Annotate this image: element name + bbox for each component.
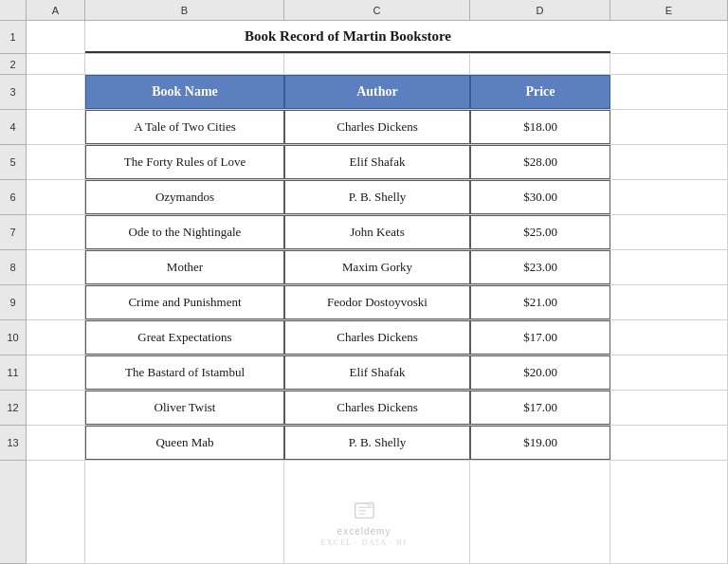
row-num-9[interactable]: 9 [0,285,26,320]
col-header-a[interactable]: A [27,0,85,20]
table-row: Oliver Twist Charles Dickens $17.00 [27,391,728,426]
cell-a12[interactable] [27,391,85,425]
row-num-7[interactable]: 7 [0,215,26,250]
cell-e8[interactable] [610,250,728,284]
table-row: Ode to the Nightingale John Keats $25.00 [27,215,728,250]
price-5: $21.00 [470,285,610,319]
row-num-3[interactable]: 3 [0,75,26,110]
cell-e5[interactable] [610,145,728,179]
col-header-e[interactable]: E [610,0,728,20]
price-9: $19.00 [470,426,610,460]
table-row: Queen Mab P. B. Shelly $19.00 [27,426,728,461]
spreadsheet: A B C D E 1 2 3 4 5 6 7 8 9 10 11 12 13 [0,0,728,564]
cell-a3[interactable] [27,75,85,109]
cell-a2[interactable] [27,54,85,74]
cell-e10[interactable] [610,320,728,355]
table-row: The Forty Rules of Love Elif Shafak $28.… [27,145,728,180]
cell-a7[interactable] [27,215,85,249]
row-num-5[interactable]: 5 [0,145,26,180]
row-num-4[interactable]: 4 [0,110,26,145]
author-8: Charles Dickens [284,391,470,425]
row-num-1[interactable]: 1 [0,21,26,54]
cell-e6[interactable] [610,180,728,214]
row-num-10[interactable]: 10 [0,320,26,355]
price-1: $28.00 [470,145,610,179]
cell-a13[interactable] [27,426,85,460]
cell-a-rest[interactable] [27,461,85,563]
row-num-13[interactable]: 13 [0,426,26,461]
cell-b2[interactable] [85,54,284,74]
header-price: Price [470,75,610,109]
cell-e11[interactable] [610,355,728,390]
price-7: $20.00 [470,355,610,390]
spreadsheet-body: 1 2 3 4 5 6 7 8 9 10 11 12 13 Book Recor… [0,21,728,564]
cell-e12[interactable] [610,391,728,425]
cell-a8[interactable] [27,250,85,284]
cell-a6[interactable] [27,180,85,214]
author-9: P. B. Shelly [284,426,470,460]
author-1: Elif Shafak [284,145,470,179]
table-row: Mother Maxim Gorky $23.00 [27,250,728,285]
col-header-d[interactable]: D [470,0,610,20]
empty-row-2 [27,54,728,75]
book-6: Great Expectations [85,320,284,355]
title-cell: Book Record of Martin Bookstore [85,21,610,53]
author-2: P. B. Shelly [284,180,470,214]
col-header-c[interactable]: C [284,0,470,20]
author-6: Charles Dickens [284,320,470,355]
cell-a1[interactable] [27,21,85,53]
cell-e-rest[interactable] [610,461,728,563]
book-9: Queen Mab [85,426,284,460]
row-headers: 1 2 3 4 5 6 7 8 9 10 11 12 13 [0,21,27,564]
author-3: John Keats [284,215,470,249]
cell-e2[interactable] [610,54,728,74]
watermark-logo-icon: E [351,497,377,523]
cell-a9[interactable] [27,285,85,319]
book-8: Oliver Twist [85,391,284,425]
row-num-2[interactable]: 2 [0,54,26,75]
cell-a4[interactable] [27,110,85,144]
row-num-11[interactable]: 11 [0,355,26,391]
cell-e4[interactable] [610,110,728,144]
row-num-rest [0,461,26,564]
cell-a10[interactable] [27,320,85,355]
cell-b-rest[interactable] [85,461,284,563]
header-book-name: Book Name [85,75,284,109]
price-8: $17.00 [470,391,610,425]
book-0: A Tale of Two Cities [85,110,284,144]
column-header-row: A B C D E [0,0,728,21]
cell-d2[interactable] [470,54,610,74]
cell-e1[interactable] [610,21,728,53]
col-header-b[interactable]: B [85,0,284,20]
table-row: The Bastard of Istambul Elif Shafak $20.… [27,355,728,391]
title-row: Book Record of Martin Bookstore [27,21,728,54]
price-2: $30.00 [470,180,610,214]
cell-c2[interactable] [284,54,470,74]
row-num-12[interactable]: 12 [0,391,26,426]
row-num-6[interactable]: 6 [0,180,26,215]
cell-e13[interactable] [610,426,728,460]
table-row: Ozymandos P. B. Shelly $30.00 [27,180,728,215]
watermark-name: exceldemy [337,525,391,538]
book-5: Crime and Punishment [85,285,284,319]
cell-a5[interactable] [27,145,85,179]
author-4: Maxim Gorky [284,250,470,284]
table-header-row: Book Name Author Price [27,75,728,110]
row-num-8[interactable]: 8 [0,250,26,285]
table-row: A Tale of Two Cities Charles Dickens $18… [27,110,728,145]
book-3: Ode to the Nightingale [85,215,284,249]
author-7: Elif Shafak [284,355,470,390]
cell-e7[interactable] [610,215,728,249]
watermark-tagline: EXCEL · DATA · BI [320,538,407,547]
header-author: Author [284,75,470,109]
price-6: $17.00 [470,320,610,355]
cell-a11[interactable] [27,355,85,390]
table-row: Great Expectations Charles Dickens $17.0… [27,320,728,355]
watermark: E exceldemy EXCEL · DATA · BI [320,497,407,547]
cell-e3[interactable] [610,75,728,109]
price-3: $25.00 [470,215,610,249]
book-2: Ozymandos [85,180,284,214]
book-1: The Forty Rules of Love [85,145,284,179]
cell-d-rest[interactable] [470,461,610,563]
cell-e9[interactable] [610,285,728,319]
